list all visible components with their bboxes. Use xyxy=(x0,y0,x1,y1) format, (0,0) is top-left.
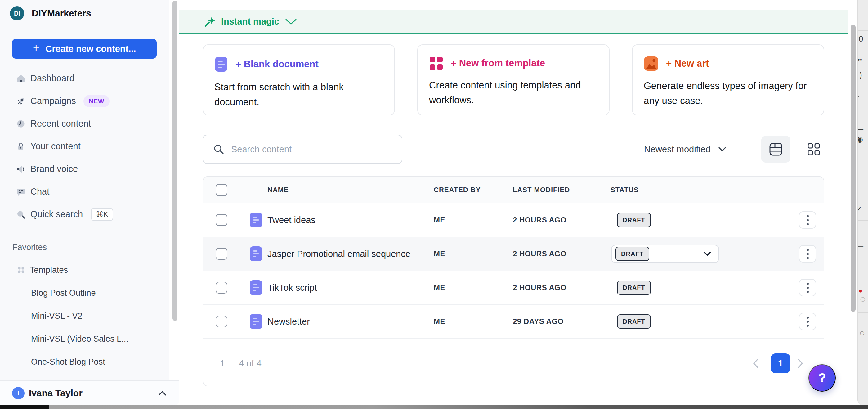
chevron-up-icon xyxy=(158,390,167,396)
user-menu[interactable]: I Ivana Taylor xyxy=(0,380,179,405)
created-by-cell: ME xyxy=(434,271,445,304)
content-name-link[interactable]: Tweet ideas xyxy=(268,203,315,237)
lock-icon xyxy=(16,142,25,151)
column-header-status: STATUS xyxy=(611,177,639,203)
grid-view-icon xyxy=(807,142,820,156)
sidebar-divider xyxy=(0,233,169,233)
help-label: ? xyxy=(818,371,826,385)
last-modified-cell: 2 HOURS AGO xyxy=(513,271,566,304)
favorite-item-one-shot-blog-post[interactable]: One-Shot Blog Post xyxy=(0,350,169,373)
card-description: Start from scratch with a blank document… xyxy=(214,80,382,110)
sidebar-item-your-content[interactable]: Your content xyxy=(0,135,169,158)
workspace-name: DIYMarketers xyxy=(32,8,91,19)
kebab-dot xyxy=(807,253,809,255)
search-icon xyxy=(16,210,25,219)
workspace-switcher[interactable]: DI DIYMarketers xyxy=(10,6,91,21)
row-checkbox[interactable] xyxy=(216,282,227,294)
fragment-icon: + xyxy=(858,225,859,233)
sidebar-item-chat[interactable]: Chat xyxy=(0,180,169,203)
row-checkbox[interactable] xyxy=(216,248,227,260)
new-from-template-card[interactable]: + New from template Create content using… xyxy=(417,45,610,115)
main-scrollbar[interactable] xyxy=(850,25,856,312)
sidebar-item-brand-voice[interactable]: Brand voice xyxy=(0,158,169,180)
sidebar-item-templates[interactable]: Templates xyxy=(0,259,169,282)
row-actions-menu-button[interactable] xyxy=(799,245,816,263)
row-actions-menu-button[interactable] xyxy=(799,279,816,296)
kebab-dot xyxy=(807,215,809,217)
bottom-taskbar xyxy=(0,405,868,409)
kebab-dot xyxy=(807,249,809,251)
document-icon xyxy=(250,314,262,329)
status-badge: DRAFT xyxy=(617,314,651,329)
favorite-item-mini-vsl-video[interactable]: Mini-VSL (Video Sales L... xyxy=(0,327,169,350)
app-root: DI DIYMarketers + Create new content... … xyxy=(0,0,868,409)
grid-view-button[interactable] xyxy=(800,136,827,163)
row-actions-menu-button[interactable] xyxy=(799,313,816,330)
sort-label: Newest modified xyxy=(644,144,710,154)
kebab-dot xyxy=(807,287,809,289)
table-view-button[interactable] xyxy=(761,136,790,163)
create-new-content-button[interactable]: + Create new content... xyxy=(12,39,157,59)
sidebar-item-campaigns[interactable]: Campaigns NEW xyxy=(0,90,169,112)
help-button[interactable]: ? xyxy=(808,364,836,391)
content-name-link[interactable]: Newsletter xyxy=(268,305,310,338)
magic-wand-icon xyxy=(203,16,216,28)
fragment-icon: + xyxy=(858,92,859,100)
status-badge: DRAFT xyxy=(617,281,651,295)
favorite-item-label: Blog Post Outline xyxy=(31,288,96,298)
sort-dropdown[interactable]: Newest modified xyxy=(644,135,726,164)
sidebar-item-label: Your content xyxy=(30,141,81,151)
row-checkbox[interactable] xyxy=(216,214,227,226)
user-name: Ivana Taylor xyxy=(29,381,83,406)
kebab-dot xyxy=(807,291,809,293)
created-by-cell: ME xyxy=(434,237,445,271)
document-icon xyxy=(214,56,228,72)
table-row: Newsletter ME 29 DAYS AGO DRAFT xyxy=(203,305,824,339)
last-modified-cell: 29 DAYS AGO xyxy=(513,305,564,338)
chat-icon xyxy=(16,187,25,197)
eye-icon: ◉ xyxy=(858,136,863,143)
circle-fragment-icon: ○ xyxy=(860,294,866,304)
next-page-icon[interactable] xyxy=(797,358,804,369)
instant-magic-banner[interactable]: Instant magic xyxy=(179,10,848,33)
content-name-link[interactable]: Jasper Promotional email sequence xyxy=(268,237,410,271)
fragment-icon: + xyxy=(858,261,859,269)
table-row: TikTok script ME 2 HOURS AGO DRAFT xyxy=(203,271,824,305)
create-cards: + Blank document Start from scratch with… xyxy=(203,45,824,115)
sidebar-divider xyxy=(0,28,169,28)
select-all-checkbox[interactable] xyxy=(216,184,227,196)
sidebar-item-label: Campaigns xyxy=(30,96,76,106)
content-name-link[interactable]: TikTok script xyxy=(268,271,317,304)
new-art-card[interactable]: + New art Generate endless types of imag… xyxy=(632,45,824,115)
sidebar-nav: Dashboard Campaigns NEW Recent content Y… xyxy=(0,67,169,226)
last-modified-cell: 2 HOURS AGO xyxy=(513,203,566,237)
workspace-initials: DI xyxy=(14,10,20,17)
card-title: + Blank document xyxy=(236,59,319,70)
kebab-dot xyxy=(807,257,809,259)
strip-divider xyxy=(858,220,868,221)
row-actions-menu-button[interactable] xyxy=(799,211,816,229)
search-input[interactable] xyxy=(230,144,394,155)
sidebar-item-label: Templates xyxy=(30,265,68,275)
fragment-icon: — xyxy=(858,125,863,133)
blank-document-card[interactable]: + Blank document Start from scratch with… xyxy=(203,45,395,115)
status-dropdown[interactable]: DRAFT xyxy=(611,245,719,263)
previous-page-icon[interactable] xyxy=(752,358,759,369)
document-icon xyxy=(250,280,262,295)
favorite-item-label: Mini-VSL - V2 xyxy=(31,311,83,321)
favorite-item-blog-post-outline[interactable]: Blog Post Outline xyxy=(0,282,169,304)
strip-divider xyxy=(858,86,868,86)
sidebar-item-dashboard[interactable]: Dashboard xyxy=(0,67,169,90)
table-row: Jasper Promotional email sequence ME 2 H… xyxy=(203,237,824,271)
status-badge: DRAFT xyxy=(616,247,649,261)
row-checkbox[interactable] xyxy=(216,316,227,327)
sidebar-scrollbar[interactable] xyxy=(173,1,178,321)
clock-icon xyxy=(16,119,25,128)
sidebar-item-recent-content[interactable]: Recent content xyxy=(0,112,169,135)
sidebar-item-quick-search[interactable]: Quick search ⌘K xyxy=(0,203,169,226)
document-icon xyxy=(250,212,262,228)
check-icon: ✓ xyxy=(858,205,862,213)
current-page-button[interactable]: 1 xyxy=(771,353,790,373)
main-content: Instant magic + Blank document Start fro… xyxy=(179,0,848,405)
favorite-item-mini-vsl-v2[interactable]: Mini-VSL - V2 xyxy=(0,304,169,327)
